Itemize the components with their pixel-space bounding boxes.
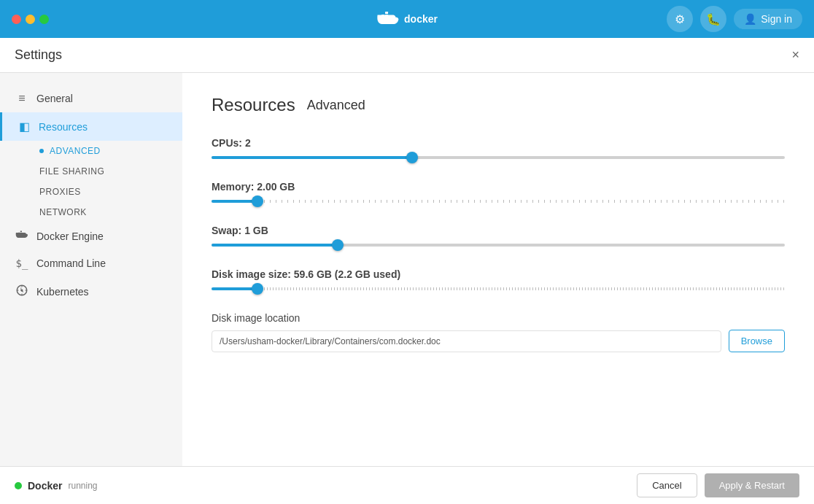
browse-button[interactable]: Browse bbox=[729, 330, 785, 352]
disk-size-track bbox=[212, 287, 785, 290]
cpus-slider-section: CPUs: 2 bbox=[212, 137, 785, 159]
sidebar-subitem-network[interactable]: NETWORK bbox=[0, 202, 182, 222]
sidebar-item-resources[interactable]: ◧ Resources bbox=[0, 112, 182, 141]
svg-point-12 bbox=[21, 290, 23, 292]
docker-status: Docker running bbox=[15, 480, 98, 492]
disk-location-section: Disk image location /Users/usham-docker/… bbox=[212, 312, 785, 352]
sidebar-item-kubernetes[interactable]: Kubernetes bbox=[0, 276, 182, 307]
sidebar-subitem-proxies[interactable]: PROXIES bbox=[0, 182, 182, 202]
swap-thumb[interactable] bbox=[332, 239, 344, 251]
sidebar-subitem-proxies-label: PROXIES bbox=[39, 187, 81, 197]
svg-rect-11 bbox=[20, 230, 22, 232]
docker-whale-icon bbox=[376, 10, 400, 28]
disk-size-fill bbox=[212, 287, 257, 290]
signin-label: Sign in bbox=[761, 13, 792, 25]
kubernetes-icon bbox=[15, 284, 29, 300]
sidebar-subitem-network-label: NETWORK bbox=[39, 207, 87, 217]
sidebar-item-command-line-label: Command Line bbox=[36, 257, 106, 269]
traffic-lights bbox=[12, 15, 49, 24]
close-button[interactable]: × bbox=[791, 47, 799, 63]
docker-text: docker bbox=[404, 13, 438, 25]
disk-size-slider-section: Disk image size: 59.6 GB (2.2 GB used) bbox=[212, 268, 785, 290]
page-title: Resources bbox=[212, 95, 295, 115]
apply-restart-button[interactable]: Apply & Restart bbox=[705, 473, 799, 497]
resources-icon: ◧ bbox=[17, 120, 31, 133]
svg-point-15 bbox=[18, 290, 19, 291]
svg-point-16 bbox=[26, 290, 27, 291]
memory-thumb[interactable] bbox=[252, 195, 263, 207]
sidebar-item-docker-engine-label: Docker Engine bbox=[36, 230, 104, 242]
swap-label-text: Swap: bbox=[212, 225, 244, 236]
sidebar-item-general-label: General bbox=[36, 93, 73, 104]
user-circle-icon: 👤 bbox=[744, 13, 756, 25]
status-dot bbox=[15, 482, 22, 489]
disk-location-path: /Users/usham-docker/Library/Containers/c… bbox=[212, 330, 721, 352]
bug-icon-button[interactable]: 🐛 bbox=[700, 6, 726, 32]
memory-track bbox=[212, 200, 785, 203]
disk-size-value: 59.6 GB (2.2 GB used) bbox=[294, 268, 400, 280]
status-text: running bbox=[68, 481, 97, 491]
settings-header: Settings × bbox=[0, 38, 814, 73]
settings-icon-button[interactable]: ⚙ bbox=[667, 6, 693, 32]
memory-slider[interactable] bbox=[212, 200, 785, 203]
sidebar-item-command-line[interactable]: $_ Command Line bbox=[0, 250, 182, 276]
svg-point-13 bbox=[21, 286, 23, 287]
sidebar-subitems: ADVANCED FILE SHARING PROXIES NETWORK bbox=[0, 141, 182, 222]
memory-label-text: Memory: bbox=[212, 181, 257, 193]
cpus-track bbox=[212, 156, 785, 159]
titlebar-left bbox=[12, 15, 49, 24]
disk-size-label-text: Disk image size: bbox=[212, 268, 294, 280]
swap-label: Swap: 1 GB bbox=[212, 225, 785, 236]
general-icon: ≡ bbox=[15, 92, 29, 105]
cpus-value: 2 bbox=[245, 137, 251, 149]
signin-button[interactable]: 👤 Sign in bbox=[734, 9, 802, 29]
page-subtitle: Advanced bbox=[307, 98, 365, 113]
advanced-dot bbox=[39, 149, 44, 153]
titlebar-right: ⚙ 🐛 👤 Sign in bbox=[667, 6, 802, 32]
cpus-label-text: CPUs: bbox=[212, 137, 245, 149]
swap-track bbox=[212, 244, 785, 247]
main-window: Settings × ≡ General ◧ Resources ADVANCE… bbox=[0, 38, 814, 504]
cpus-fill bbox=[212, 156, 412, 159]
settings-title: Settings bbox=[15, 47, 62, 63]
cancel-button[interactable]: Cancel bbox=[637, 473, 697, 497]
swap-slider-section: Swap: 1 GB bbox=[212, 225, 785, 247]
command-line-icon: $_ bbox=[15, 257, 29, 269]
cpus-thumb[interactable] bbox=[406, 152, 418, 163]
sidebar-item-resources-label: Resources bbox=[39, 121, 88, 133]
memory-fill bbox=[212, 200, 257, 203]
sidebar-subitem-file-sharing-label: FILE SHARING bbox=[39, 166, 104, 177]
titlebar-center: docker bbox=[376, 10, 438, 28]
disk-size-thumb[interactable] bbox=[252, 283, 263, 295]
memory-slider-section: Memory: 2.00 GB bbox=[212, 181, 785, 203]
swap-slider[interactable] bbox=[212, 244, 785, 247]
page-header: Resources Advanced bbox=[212, 95, 785, 115]
memory-value: 2.00 GB bbox=[257, 181, 295, 193]
sidebar: ≡ General ◧ Resources ADVANCED FILE SHAR… bbox=[0, 73, 182, 466]
docker-logo: docker bbox=[376, 10, 438, 28]
swap-value: 1 GB bbox=[244, 225, 268, 236]
disk-location-row: /Users/usham-docker/Library/Containers/c… bbox=[212, 330, 785, 352]
cpus-slider[interactable] bbox=[212, 156, 785, 159]
sidebar-subitem-file-sharing[interactable]: FILE SHARING bbox=[0, 161, 182, 182]
sidebar-item-general[interactable]: ≡ General bbox=[0, 85, 182, 112]
minimize-traffic-light[interactable] bbox=[26, 15, 35, 24]
titlebar: docker ⚙ 🐛 👤 Sign in bbox=[0, 0, 814, 38]
sidebar-item-docker-engine[interactable]: Docker Engine bbox=[0, 222, 182, 250]
docker-engine-icon bbox=[15, 230, 29, 243]
content-area: ≡ General ◧ Resources ADVANCED FILE SHAR… bbox=[0, 73, 814, 466]
sidebar-subitem-advanced-label: ADVANCED bbox=[50, 146, 101, 156]
disk-location-label: Disk image location bbox=[212, 312, 785, 324]
close-traffic-light[interactable] bbox=[12, 15, 21, 24]
bottom-bar: Docker running Cancel Apply & Restart bbox=[0, 466, 814, 504]
memory-label: Memory: 2.00 GB bbox=[212, 181, 785, 193]
cpus-label: CPUs: 2 bbox=[212, 137, 785, 149]
swap-fill bbox=[212, 244, 338, 247]
disk-size-slider[interactable] bbox=[212, 287, 785, 290]
docker-name: Docker bbox=[28, 480, 62, 492]
bottom-actions: Cancel Apply & Restart bbox=[637, 473, 799, 497]
sidebar-subitem-advanced[interactable]: ADVANCED bbox=[0, 141, 182, 161]
svg-rect-5 bbox=[385, 12, 388, 14]
maximize-traffic-light[interactable] bbox=[39, 15, 49, 24]
main-content: Resources Advanced CPUs: 2 Memory: bbox=[182, 73, 814, 466]
